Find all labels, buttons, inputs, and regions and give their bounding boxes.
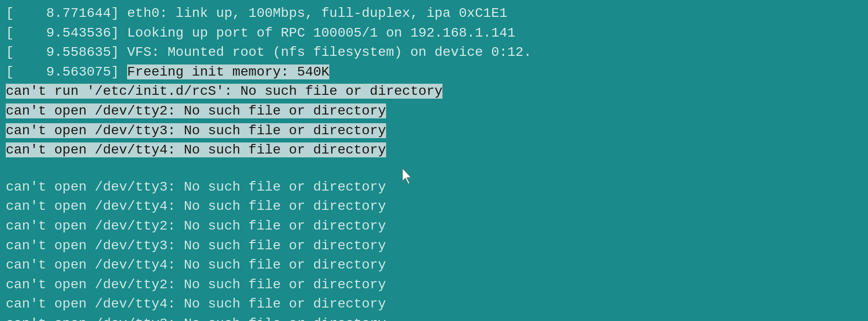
- log-line-6: can't open /dev/tty2: No such file or di…: [6, 102, 862, 121]
- log-line-13: can't open /dev/tty4: No such file or di…: [6, 256, 862, 275]
- log-line-4-highlight: Freeing init memory: 540K: [127, 64, 329, 79]
- log-line-4: [ 9.563075] Freeing init memory: 540K: [6, 63, 862, 82]
- log-line-11: can't open /dev/tty2: No such file or di…: [6, 217, 862, 236]
- log-line-7-text: can't open /dev/tty3: No such file or di…: [6, 123, 386, 138]
- log-line-16: can't open /dev/tty3: No such file or di…: [6, 314, 862, 321]
- terminal-output: [ 8.771644] eth0: link up, 100Mbps, full…: [6, 4, 862, 321]
- log-line-5: can't run '/etc/init.d/rcS': No such fil…: [6, 82, 862, 102]
- log-line-1: [ 8.771644] eth0: link up, 100Mbps, full…: [6, 4, 862, 24]
- blank-line: [6, 160, 862, 178]
- log-line-15: can't open /dev/tty4: No such file or di…: [6, 295, 862, 314]
- log-line-2: [ 9.543536] Looking up port of RPC 10000…: [6, 24, 862, 43]
- log-line-7: can't open /dev/tty3: No such file or di…: [6, 121, 862, 141]
- mouse-cursor: [401, 167, 414, 192]
- log-line-12: can't open /dev/tty3: No such file or di…: [6, 236, 862, 256]
- log-line-3: [ 9.558635] VFS: Mounted root (nfs files…: [6, 43, 862, 63]
- log-line-4-pre: [ 9.563075]: [6, 64, 127, 79]
- log-line-14: can't open /dev/tty2: No such file or di…: [6, 275, 862, 295]
- log-line-5-text: can't run '/etc/init.d/rcS': No such fil…: [6, 84, 442, 99]
- log-line-8-text: can't open /dev/tty4: No such file or di…: [6, 142, 386, 157]
- log-line-10: can't open /dev/tty4: No such file or di…: [6, 197, 862, 217]
- log-line-9: can't open /dev/tty3: No such file or di…: [6, 178, 862, 197]
- log-line-8: can't open /dev/tty4: No such file or di…: [6, 141, 862, 160]
- log-line-6-text: can't open /dev/tty2: No such file or di…: [6, 103, 386, 118]
